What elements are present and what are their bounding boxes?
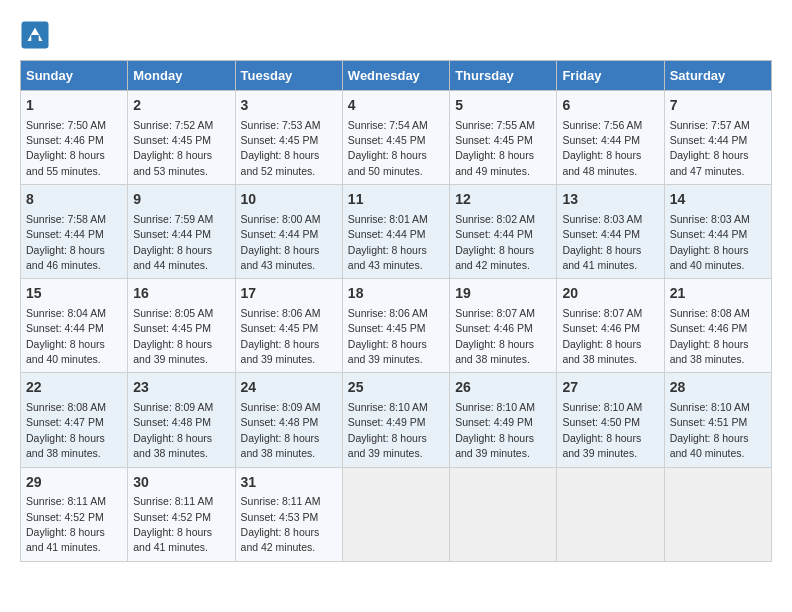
- calendar-cell: 10 Sunrise: 8:00 AM Sunset: 4:44 PM Dayl…: [235, 185, 342, 279]
- day-daylight: Daylight: 8 hours and 38 minutes.: [133, 432, 212, 459]
- calendar-week-5: 29 Sunrise: 8:11 AM Sunset: 4:52 PM Dayl…: [21, 467, 772, 561]
- day-sunrise: Sunrise: 8:10 AM: [455, 401, 535, 413]
- day-number: 21: [670, 284, 766, 304]
- day-number: 29: [26, 473, 122, 493]
- day-sunrise: Sunrise: 8:09 AM: [241, 401, 321, 413]
- day-number: 5: [455, 96, 551, 116]
- day-sunset: Sunset: 4:46 PM: [455, 322, 533, 334]
- day-sunset: Sunset: 4:48 PM: [133, 416, 211, 428]
- day-sunrise: Sunrise: 8:11 AM: [241, 495, 321, 507]
- calendar-cell: 18 Sunrise: 8:06 AM Sunset: 4:45 PM Dayl…: [342, 279, 449, 373]
- day-sunset: Sunset: 4:48 PM: [241, 416, 319, 428]
- day-number: 7: [670, 96, 766, 116]
- day-number: 24: [241, 378, 337, 398]
- calendar-cell: 27 Sunrise: 8:10 AM Sunset: 4:50 PM Dayl…: [557, 373, 664, 467]
- calendar-cell: 9 Sunrise: 7:59 AM Sunset: 4:44 PM Dayli…: [128, 185, 235, 279]
- calendar-cell: 12 Sunrise: 8:02 AM Sunset: 4:44 PM Dayl…: [450, 185, 557, 279]
- calendar-cell: 21 Sunrise: 8:08 AM Sunset: 4:46 PM Dayl…: [664, 279, 771, 373]
- day-sunset: Sunset: 4:45 PM: [133, 322, 211, 334]
- day-daylight: Daylight: 8 hours and 39 minutes.: [133, 338, 212, 365]
- calendar-cell: 16 Sunrise: 8:05 AM Sunset: 4:45 PM Dayl…: [128, 279, 235, 373]
- day-number: 4: [348, 96, 444, 116]
- day-sunrise: Sunrise: 8:01 AM: [348, 213, 428, 225]
- day-sunset: Sunset: 4:44 PM: [241, 228, 319, 240]
- calendar-cell: 25 Sunrise: 8:10 AM Sunset: 4:49 PM Dayl…: [342, 373, 449, 467]
- day-daylight: Daylight: 8 hours and 50 minutes.: [348, 149, 427, 176]
- calendar-cell: 8 Sunrise: 7:58 AM Sunset: 4:44 PM Dayli…: [21, 185, 128, 279]
- day-sunrise: Sunrise: 8:11 AM: [26, 495, 106, 507]
- day-daylight: Daylight: 8 hours and 43 minutes.: [348, 244, 427, 271]
- day-number: 8: [26, 190, 122, 210]
- day-sunrise: Sunrise: 8:00 AM: [241, 213, 321, 225]
- day-sunrise: Sunrise: 8:02 AM: [455, 213, 535, 225]
- calendar-cell: [342, 467, 449, 561]
- day-daylight: Daylight: 8 hours and 53 minutes.: [133, 149, 212, 176]
- calendar-cell: 4 Sunrise: 7:54 AM Sunset: 4:45 PM Dayli…: [342, 91, 449, 185]
- calendar-cell: 1 Sunrise: 7:50 AM Sunset: 4:46 PM Dayli…: [21, 91, 128, 185]
- day-daylight: Daylight: 8 hours and 41 minutes.: [133, 526, 212, 553]
- day-sunrise: Sunrise: 7:55 AM: [455, 119, 535, 131]
- day-daylight: Daylight: 8 hours and 55 minutes.: [26, 149, 105, 176]
- calendar-cell: 24 Sunrise: 8:09 AM Sunset: 4:48 PM Dayl…: [235, 373, 342, 467]
- day-number: 18: [348, 284, 444, 304]
- day-sunset: Sunset: 4:52 PM: [26, 511, 104, 523]
- day-daylight: Daylight: 8 hours and 41 minutes.: [26, 526, 105, 553]
- day-daylight: Daylight: 8 hours and 39 minutes.: [348, 338, 427, 365]
- calendar-cell: 30 Sunrise: 8:11 AM Sunset: 4:52 PM Dayl…: [128, 467, 235, 561]
- day-header-sunday: Sunday: [21, 61, 128, 91]
- day-number: 11: [348, 190, 444, 210]
- day-daylight: Daylight: 8 hours and 39 minutes.: [348, 432, 427, 459]
- calendar-cell: 19 Sunrise: 8:07 AM Sunset: 4:46 PM Dayl…: [450, 279, 557, 373]
- day-header-tuesday: Tuesday: [235, 61, 342, 91]
- calendar-cell: 29 Sunrise: 8:11 AM Sunset: 4:52 PM Dayl…: [21, 467, 128, 561]
- day-daylight: Daylight: 8 hours and 39 minutes.: [455, 432, 534, 459]
- day-daylight: Daylight: 8 hours and 39 minutes.: [241, 338, 320, 365]
- day-sunrise: Sunrise: 7:59 AM: [133, 213, 213, 225]
- calendar-cell: 23 Sunrise: 8:09 AM Sunset: 4:48 PM Dayl…: [128, 373, 235, 467]
- day-sunrise: Sunrise: 7:57 AM: [670, 119, 750, 131]
- calendar-week-1: 1 Sunrise: 7:50 AM Sunset: 4:46 PM Dayli…: [21, 91, 772, 185]
- svg-rect-2: [31, 35, 39, 41]
- day-number: 19: [455, 284, 551, 304]
- day-sunset: Sunset: 4:44 PM: [670, 134, 748, 146]
- day-sunset: Sunset: 4:44 PM: [133, 228, 211, 240]
- day-header-friday: Friday: [557, 61, 664, 91]
- day-number: 17: [241, 284, 337, 304]
- day-sunrise: Sunrise: 8:07 AM: [455, 307, 535, 319]
- calendar-cell: 17 Sunrise: 8:06 AM Sunset: 4:45 PM Dayl…: [235, 279, 342, 373]
- day-number: 25: [348, 378, 444, 398]
- day-daylight: Daylight: 8 hours and 40 minutes.: [670, 432, 749, 459]
- day-sunset: Sunset: 4:46 PM: [562, 322, 640, 334]
- day-daylight: Daylight: 8 hours and 42 minutes.: [455, 244, 534, 271]
- day-sunset: Sunset: 4:45 PM: [241, 322, 319, 334]
- calendar-cell: 2 Sunrise: 7:52 AM Sunset: 4:45 PM Dayli…: [128, 91, 235, 185]
- day-number: 9: [133, 190, 229, 210]
- day-sunrise: Sunrise: 8:10 AM: [562, 401, 642, 413]
- day-sunset: Sunset: 4:51 PM: [670, 416, 748, 428]
- day-sunrise: Sunrise: 8:06 AM: [241, 307, 321, 319]
- day-sunrise: Sunrise: 8:09 AM: [133, 401, 213, 413]
- calendar-cell: [664, 467, 771, 561]
- day-number: 26: [455, 378, 551, 398]
- day-sunset: Sunset: 4:46 PM: [670, 322, 748, 334]
- day-header-saturday: Saturday: [664, 61, 771, 91]
- calendar-cell: 7 Sunrise: 7:57 AM Sunset: 4:44 PM Dayli…: [664, 91, 771, 185]
- day-number: 27: [562, 378, 658, 398]
- day-daylight: Daylight: 8 hours and 52 minutes.: [241, 149, 320, 176]
- calendar-cell: 3 Sunrise: 7:53 AM Sunset: 4:45 PM Dayli…: [235, 91, 342, 185]
- day-number: 22: [26, 378, 122, 398]
- logo: [20, 20, 54, 50]
- day-sunset: Sunset: 4:44 PM: [562, 134, 640, 146]
- day-daylight: Daylight: 8 hours and 49 minutes.: [455, 149, 534, 176]
- day-sunset: Sunset: 4:49 PM: [455, 416, 533, 428]
- day-sunrise: Sunrise: 8:08 AM: [26, 401, 106, 413]
- day-sunrise: Sunrise: 8:11 AM: [133, 495, 213, 507]
- day-number: 16: [133, 284, 229, 304]
- day-daylight: Daylight: 8 hours and 42 minutes.: [241, 526, 320, 553]
- calendar-cell: [450, 467, 557, 561]
- calendar-cell: 26 Sunrise: 8:10 AM Sunset: 4:49 PM Dayl…: [450, 373, 557, 467]
- calendar-cell: [557, 467, 664, 561]
- day-sunset: Sunset: 4:46 PM: [26, 134, 104, 146]
- day-header-thursday: Thursday: [450, 61, 557, 91]
- calendar-cell: 6 Sunrise: 7:56 AM Sunset: 4:44 PM Dayli…: [557, 91, 664, 185]
